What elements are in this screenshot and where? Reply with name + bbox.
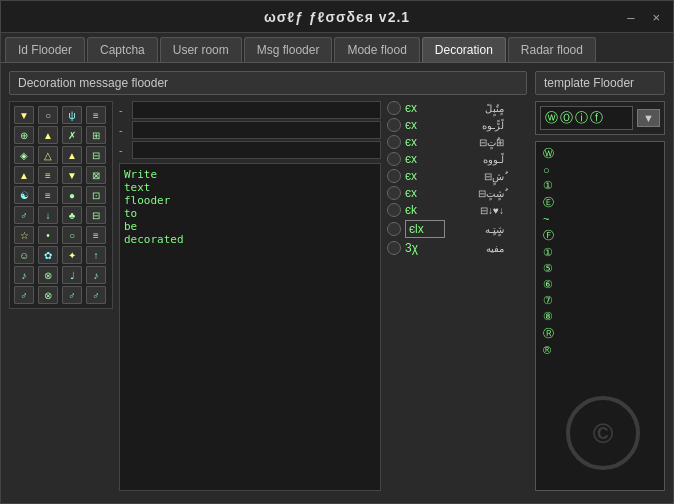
sym-btn-36[interactable]: ♂	[14, 286, 34, 304]
sym-btn-11[interactable]: ⊟	[86, 146, 106, 164]
sym-btn-38[interactable]: ♂	[62, 286, 82, 304]
sym-btn-21[interactable]: ↓	[38, 206, 58, 224]
template-item-7[interactable]: ⑤	[539, 261, 661, 276]
radio-1[interactable]	[387, 118, 401, 132]
radio-0[interactable]	[387, 101, 401, 115]
line-input-2[interactable]	[132, 141, 381, 159]
main-area: ▼ ○ ψ ≡ ⊕ ▲ ✗ ⊞ ◈ △ ▲ ⊟ ▲ ≡ ▼ ⊠ ☯	[9, 101, 527, 491]
sym-display-2: єx	[405, 135, 445, 149]
watermark: ©	[563, 393, 643, 473]
sym-btn-35[interactable]: ♪	[86, 266, 106, 284]
template-item-12[interactable]: ®	[539, 343, 661, 357]
radio-5[interactable]	[387, 186, 401, 200]
tab-radar-flood[interactable]: Radar flood	[508, 37, 596, 62]
radio-6[interactable]	[387, 203, 401, 217]
radio-7[interactable]	[387, 222, 401, 236]
template-item-2[interactable]: ①	[539, 178, 661, 193]
close-button[interactable]: ×	[647, 7, 665, 26]
sym-btn-25[interactable]: •	[38, 226, 58, 244]
sym-display2-1: لًڑًـوه	[449, 120, 504, 131]
template-item-8[interactable]: ⑥	[539, 277, 661, 292]
sym-btn-32[interactable]: ♪	[14, 266, 34, 284]
deco-lines: - - -	[119, 101, 381, 159]
tab-captcha[interactable]: Captcha	[87, 37, 158, 62]
message-textarea[interactable]	[119, 163, 381, 491]
sym-btn-18[interactable]: ●	[62, 186, 82, 204]
template-item-0[interactable]: Ⓦ	[539, 145, 661, 162]
sym-display2-5: ٌشٍتٍ⊟	[449, 188, 504, 199]
sym-btn-34[interactable]: ♩	[62, 266, 82, 284]
sym-btn-10[interactable]: ▲	[62, 146, 82, 164]
sym-btn-22[interactable]: ♣	[62, 206, 82, 224]
template-item-1[interactable]: ○	[539, 163, 661, 177]
sym-display2-8: مفيه	[449, 243, 504, 254]
svg-text:©: ©	[593, 418, 614, 449]
radio-2[interactable]	[387, 135, 401, 149]
sym-row-6: єk ↓♥↓⊟	[387, 203, 527, 217]
template-item-5[interactable]: Ⓕ	[539, 227, 661, 244]
sym-btn-26[interactable]: ○	[62, 226, 82, 244]
sym-btn-1[interactable]: ○	[38, 106, 58, 124]
sym-btn-29[interactable]: ✿	[38, 246, 58, 264]
sym-btn-6[interactable]: ✗	[62, 126, 82, 144]
main-window: ωσℓƒ ƒℓσσδєя v2.1 – × Id Flooder Captcha…	[0, 0, 674, 504]
minimize-button[interactable]: –	[622, 7, 639, 26]
sym-btn-24[interactable]: ☆	[14, 226, 34, 244]
sym-btn-20[interactable]: ♂	[14, 206, 34, 224]
sym-btn-15[interactable]: ⊠	[86, 166, 106, 184]
tab-msg-flooder[interactable]: Msg flooder	[244, 37, 333, 62]
decoration-panel-title: Decoration message flooder	[9, 71, 527, 95]
sym-btn-13[interactable]: ≡	[38, 166, 58, 184]
sym-btn-14[interactable]: ▼	[62, 166, 82, 184]
sym-btn-27[interactable]: ≡	[86, 226, 106, 244]
tab-id-flooder[interactable]: Id Flooder	[5, 37, 85, 62]
sym-btn-2[interactable]: ψ	[62, 106, 82, 124]
template-panel-title: template Flooder	[535, 71, 665, 95]
sym-btn-7[interactable]: ⊞	[86, 126, 106, 144]
template-item-4[interactable]: ~	[539, 212, 661, 226]
deco-line-1: -	[119, 121, 381, 139]
sym-btn-23[interactable]: ⊟	[86, 206, 106, 224]
sym-btn-33[interactable]: ⊗	[38, 266, 58, 284]
sym-btn-12[interactable]: ▲	[14, 166, 34, 184]
template-item-11[interactable]: Ⓡ	[539, 325, 661, 342]
sym-btn-19[interactable]: ⊡	[86, 186, 106, 204]
tab-mode-flood[interactable]: Mode flood	[334, 37, 419, 62]
line-label-0: -	[119, 104, 129, 116]
template-item-9[interactable]: ⑦	[539, 293, 661, 308]
sym-display2-0: مٍتٌبٍلً	[449, 103, 504, 114]
line-label-1: -	[119, 124, 129, 136]
sym-btn-31[interactable]: ↑	[86, 246, 106, 264]
tab-user-room[interactable]: User room	[160, 37, 242, 62]
template-item-3[interactable]: Ⓔ	[539, 194, 661, 211]
radio-4[interactable]	[387, 169, 401, 183]
sym-btn-37[interactable]: ⊗	[38, 286, 58, 304]
line-input-1[interactable]	[132, 121, 381, 139]
sym-btn-9[interactable]: △	[38, 146, 58, 164]
text-area: - - -	[119, 101, 381, 491]
sym-row-0: єx مٍتٌبٍلً	[387, 101, 527, 115]
sym-btn-4[interactable]: ⊕	[14, 126, 34, 144]
template-item-6[interactable]: ①	[539, 245, 661, 260]
title-bar: ωσℓƒ ƒℓσσδєя v2.1 – ×	[1, 1, 673, 33]
sym-btn-30[interactable]: ✦	[62, 246, 82, 264]
sym-btn-16[interactable]: ☯	[14, 186, 34, 204]
sym-row-5: єx ٌشٍتٍ⊟	[387, 186, 527, 200]
radio-8[interactable]	[387, 241, 401, 255]
template-header: ⓦⓄⓘⓕ ▼	[535, 101, 665, 135]
template-dropdown-button[interactable]: ▼	[637, 109, 660, 127]
sym-btn-3[interactable]: ≡	[86, 106, 106, 124]
template-item-10[interactable]: ⑧	[539, 309, 661, 324]
right-symbols: єx مٍتٌبٍلً єx لًڑًـوه єx ⊞ٌتٍ⊟	[387, 101, 527, 491]
line-input-0[interactable]	[132, 101, 381, 119]
sym-row-2: єx ⊞ٌتٍ⊟	[387, 135, 527, 149]
sym-btn-17[interactable]: ≡	[38, 186, 58, 204]
tab-decoration[interactable]: Decoration	[422, 37, 506, 62]
sym-display-4: єx	[405, 169, 445, 183]
sym-btn-0[interactable]: ▼	[14, 106, 34, 124]
sym-btn-39[interactable]: ♂	[86, 286, 106, 304]
sym-btn-5[interactable]: ▲	[38, 126, 58, 144]
radio-3[interactable]	[387, 152, 401, 166]
sym-btn-8[interactable]: ◈	[14, 146, 34, 164]
sym-btn-28[interactable]: ☺	[14, 246, 34, 264]
